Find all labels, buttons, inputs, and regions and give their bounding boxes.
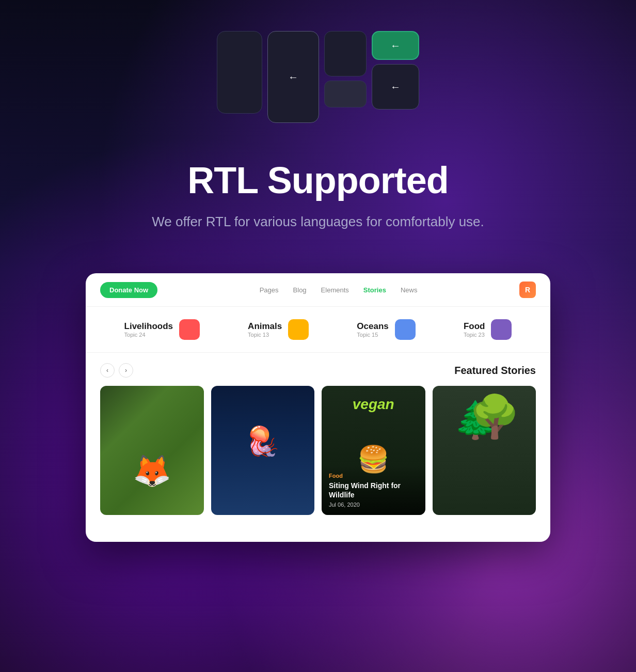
topic-livelihoods[interactable]: Livelihoods Topic 24: [124, 319, 200, 340]
topic-livelihoods-name: Livelihoods: [124, 321, 173, 332]
featured-title: Featured Stories: [454, 365, 536, 377]
story-nav-arrows: ‹ ›: [100, 363, 133, 378]
topic-food-name: Food: [464, 321, 485, 332]
phone-mockup-4: ← ←: [372, 31, 419, 110]
back-arrow-icon: ←: [288, 71, 298, 83]
stories-section: ‹ › Featured Stories vegan 🍔: [86, 353, 550, 525]
topic-food-sub: Topic 23: [464, 332, 485, 338]
vegan-text: vegan: [353, 396, 394, 413]
topic-animals-icon: [288, 319, 309, 340]
stories-header: ‹ › Featured Stories: [100, 363, 536, 378]
phone-mockup-1: [217, 31, 262, 114]
topic-livelihoods-icon: [179, 319, 200, 340]
topic-food[interactable]: Food Topic 23: [464, 319, 512, 340]
phone-mockup-3: [324, 31, 367, 107]
topic-animals-text: Animals Topic 13: [248, 321, 282, 338]
page-title: RTL Supported: [10, 159, 626, 201]
app-navbar: Donate Now Pages Blog Elements Stories N…: [86, 273, 550, 307]
nav-links: Pages Blog Elements Stories News: [260, 286, 418, 294]
topic-livelihoods-sub: Topic 24: [124, 332, 173, 338]
nav-stories[interactable]: Stories: [363, 286, 386, 294]
page-subtitle: We offer RTL for various languages for c…: [10, 212, 626, 232]
topic-oceans-name: Oceans: [357, 321, 388, 332]
topic-animals-name: Animals: [248, 321, 282, 332]
story-card-forest[interactable]: [433, 386, 536, 515]
story-card-vegan[interactable]: vegan 🍔 Food Siting Wind Right for Wildl…: [322, 386, 425, 515]
phone-4-green: ←: [372, 31, 419, 60]
topics-row: Livelihoods Topic 24 Animals Topic 13 Oc…: [86, 307, 550, 353]
phone-4-dark: ←: [372, 64, 419, 110]
topic-animals[interactable]: Animals Topic 13: [248, 319, 309, 340]
app-card: Donate Now Pages Blog Elements Stories N…: [86, 273, 550, 542]
topic-animals-sub: Topic 13: [248, 332, 282, 338]
story-next-button[interactable]: ›: [119, 363, 133, 378]
topic-oceans[interactable]: Oceans Topic 15: [357, 319, 415, 340]
topic-livelihoods-text: Livelihoods Topic 24: [124, 321, 173, 338]
story-prev-button[interactable]: ‹: [100, 363, 115, 378]
topic-food-icon: [491, 319, 512, 340]
topic-oceans-sub: Topic 15: [357, 332, 388, 338]
nav-elements[interactable]: Elements: [321, 286, 349, 294]
arrow-dark-icon: ←: [390, 81, 401, 93]
story-category-food: Food: [329, 473, 418, 479]
app-section: Donate Now Pages Blog Elements Stories N…: [0, 242, 636, 542]
nav-blog[interactable]: Blog: [293, 286, 307, 294]
phone-3-top: [324, 31, 367, 76]
story-overlay-vegan: Food Siting Wind Right for Wildlife Jul …: [322, 465, 425, 515]
nav-news[interactable]: News: [401, 286, 418, 294]
hero-text: RTL Supported We offer RTL for various l…: [0, 138, 636, 242]
topic-food-text: Food Topic 23: [464, 321, 485, 338]
donate-button[interactable]: Donate Now: [100, 282, 157, 298]
preview-section: ← ← ←: [0, 0, 636, 138]
story-title-vegan: Siting Wind Right for Wildlife: [329, 481, 418, 499]
phone-mockup-2: ←: [267, 31, 319, 123]
story-card-fox[interactable]: [100, 386, 204, 515]
stories-grid: vegan 🍔 Food Siting Wind Right for Wildl…: [100, 386, 536, 515]
story-card-jellyfish[interactable]: [211, 386, 315, 515]
nav-pages[interactable]: Pages: [260, 286, 279, 294]
story-date-vegan: Jul 06, 2020: [329, 502, 418, 508]
nav-logo: R: [519, 282, 536, 298]
topic-oceans-icon: [395, 319, 416, 340]
topic-oceans-text: Oceans Topic 15: [357, 321, 388, 338]
phone-3-bottom: [324, 81, 367, 107]
arrow-green-icon: ←: [390, 40, 401, 52]
